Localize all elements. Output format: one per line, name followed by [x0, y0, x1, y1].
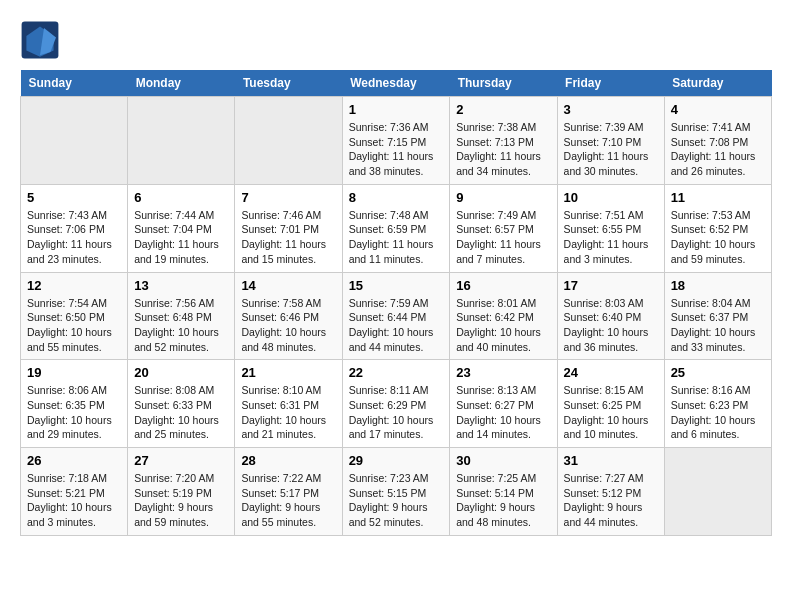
day-info: Sunrise: 7:43 AM Sunset: 7:06 PM Dayligh…	[27, 208, 121, 267]
calendar-cell: 21Sunrise: 8:10 AM Sunset: 6:31 PM Dayli…	[235, 360, 342, 448]
calendar-cell	[21, 97, 128, 185]
day-info: Sunrise: 7:38 AM Sunset: 7:13 PM Dayligh…	[456, 120, 550, 179]
day-number: 31	[564, 453, 658, 468]
day-number: 11	[671, 190, 765, 205]
day-info: Sunrise: 8:10 AM Sunset: 6:31 PM Dayligh…	[241, 383, 335, 442]
day-info: Sunrise: 7:41 AM Sunset: 7:08 PM Dayligh…	[671, 120, 765, 179]
calendar-cell: 6Sunrise: 7:44 AM Sunset: 7:04 PM Daylig…	[128, 184, 235, 272]
day-info: Sunrise: 8:06 AM Sunset: 6:35 PM Dayligh…	[27, 383, 121, 442]
calendar-cell: 16Sunrise: 8:01 AM Sunset: 6:42 PM Dayli…	[450, 272, 557, 360]
weekday-header: Tuesday	[235, 70, 342, 97]
day-number: 13	[134, 278, 228, 293]
calendar-cell: 30Sunrise: 7:25 AM Sunset: 5:14 PM Dayli…	[450, 448, 557, 536]
calendar-cell: 15Sunrise: 7:59 AM Sunset: 6:44 PM Dayli…	[342, 272, 450, 360]
weekday-header: Monday	[128, 70, 235, 97]
day-number: 25	[671, 365, 765, 380]
calendar-cell: 8Sunrise: 7:48 AM Sunset: 6:59 PM Daylig…	[342, 184, 450, 272]
calendar-cell: 1Sunrise: 7:36 AM Sunset: 7:15 PM Daylig…	[342, 97, 450, 185]
calendar-cell	[235, 97, 342, 185]
day-info: Sunrise: 7:56 AM Sunset: 6:48 PM Dayligh…	[134, 296, 228, 355]
calendar-cell: 22Sunrise: 8:11 AM Sunset: 6:29 PM Dayli…	[342, 360, 450, 448]
calendar-header: SundayMondayTuesdayWednesdayThursdayFrid…	[21, 70, 772, 97]
day-number: 3	[564, 102, 658, 117]
calendar-cell: 26Sunrise: 7:18 AM Sunset: 5:21 PM Dayli…	[21, 448, 128, 536]
day-number: 7	[241, 190, 335, 205]
weekday-header: Saturday	[664, 70, 771, 97]
day-number: 8	[349, 190, 444, 205]
day-number: 19	[27, 365, 121, 380]
calendar-cell: 3Sunrise: 7:39 AM Sunset: 7:10 PM Daylig…	[557, 97, 664, 185]
day-number: 29	[349, 453, 444, 468]
day-info: Sunrise: 7:58 AM Sunset: 6:46 PM Dayligh…	[241, 296, 335, 355]
calendar-table: SundayMondayTuesdayWednesdayThursdayFrid…	[20, 70, 772, 536]
day-info: Sunrise: 8:01 AM Sunset: 6:42 PM Dayligh…	[456, 296, 550, 355]
weekday-header: Thursday	[450, 70, 557, 97]
calendar-cell: 2Sunrise: 7:38 AM Sunset: 7:13 PM Daylig…	[450, 97, 557, 185]
day-info: Sunrise: 7:48 AM Sunset: 6:59 PM Dayligh…	[349, 208, 444, 267]
calendar-cell: 17Sunrise: 8:03 AM Sunset: 6:40 PM Dayli…	[557, 272, 664, 360]
day-info: Sunrise: 7:59 AM Sunset: 6:44 PM Dayligh…	[349, 296, 444, 355]
calendar-cell: 25Sunrise: 8:16 AM Sunset: 6:23 PM Dayli…	[664, 360, 771, 448]
day-number: 9	[456, 190, 550, 205]
calendar-week-row: 5Sunrise: 7:43 AM Sunset: 7:06 PM Daylig…	[21, 184, 772, 272]
day-number: 16	[456, 278, 550, 293]
calendar-cell: 4Sunrise: 7:41 AM Sunset: 7:08 PM Daylig…	[664, 97, 771, 185]
day-number: 12	[27, 278, 121, 293]
day-info: Sunrise: 8:13 AM Sunset: 6:27 PM Dayligh…	[456, 383, 550, 442]
calendar-week-row: 26Sunrise: 7:18 AM Sunset: 5:21 PM Dayli…	[21, 448, 772, 536]
day-info: Sunrise: 7:20 AM Sunset: 5:19 PM Dayligh…	[134, 471, 228, 530]
day-number: 1	[349, 102, 444, 117]
calendar-week-row: 12Sunrise: 7:54 AM Sunset: 6:50 PM Dayli…	[21, 272, 772, 360]
day-number: 10	[564, 190, 658, 205]
day-number: 27	[134, 453, 228, 468]
day-info: Sunrise: 7:36 AM Sunset: 7:15 PM Dayligh…	[349, 120, 444, 179]
calendar-cell: 9Sunrise: 7:49 AM Sunset: 6:57 PM Daylig…	[450, 184, 557, 272]
calendar-cell: 29Sunrise: 7:23 AM Sunset: 5:15 PM Dayli…	[342, 448, 450, 536]
day-number: 4	[671, 102, 765, 117]
day-number: 24	[564, 365, 658, 380]
calendar-cell: 7Sunrise: 7:46 AM Sunset: 7:01 PM Daylig…	[235, 184, 342, 272]
day-number: 26	[27, 453, 121, 468]
day-info: Sunrise: 7:51 AM Sunset: 6:55 PM Dayligh…	[564, 208, 658, 267]
day-number: 22	[349, 365, 444, 380]
page-header	[20, 20, 772, 60]
calendar-cell: 20Sunrise: 8:08 AM Sunset: 6:33 PM Dayli…	[128, 360, 235, 448]
logo-icon	[20, 20, 60, 60]
calendar-cell: 13Sunrise: 7:56 AM Sunset: 6:48 PM Dayli…	[128, 272, 235, 360]
day-info: Sunrise: 8:15 AM Sunset: 6:25 PM Dayligh…	[564, 383, 658, 442]
day-info: Sunrise: 7:46 AM Sunset: 7:01 PM Dayligh…	[241, 208, 335, 267]
calendar-cell: 5Sunrise: 7:43 AM Sunset: 7:06 PM Daylig…	[21, 184, 128, 272]
day-number: 5	[27, 190, 121, 205]
day-number: 30	[456, 453, 550, 468]
day-number: 15	[349, 278, 444, 293]
calendar-cell: 27Sunrise: 7:20 AM Sunset: 5:19 PM Dayli…	[128, 448, 235, 536]
day-info: Sunrise: 8:11 AM Sunset: 6:29 PM Dayligh…	[349, 383, 444, 442]
day-number: 6	[134, 190, 228, 205]
weekday-header: Wednesday	[342, 70, 450, 97]
day-number: 2	[456, 102, 550, 117]
day-number: 17	[564, 278, 658, 293]
day-number: 20	[134, 365, 228, 380]
day-info: Sunrise: 8:03 AM Sunset: 6:40 PM Dayligh…	[564, 296, 658, 355]
day-number: 23	[456, 365, 550, 380]
calendar-cell: 24Sunrise: 8:15 AM Sunset: 6:25 PM Dayli…	[557, 360, 664, 448]
day-info: Sunrise: 7:27 AM Sunset: 5:12 PM Dayligh…	[564, 471, 658, 530]
day-number: 18	[671, 278, 765, 293]
calendar-cell: 28Sunrise: 7:22 AM Sunset: 5:17 PM Dayli…	[235, 448, 342, 536]
day-info: Sunrise: 8:16 AM Sunset: 6:23 PM Dayligh…	[671, 383, 765, 442]
calendar-week-row: 1Sunrise: 7:36 AM Sunset: 7:15 PM Daylig…	[21, 97, 772, 185]
calendar-cell: 18Sunrise: 8:04 AM Sunset: 6:37 PM Dayli…	[664, 272, 771, 360]
day-info: Sunrise: 7:39 AM Sunset: 7:10 PM Dayligh…	[564, 120, 658, 179]
weekday-header: Friday	[557, 70, 664, 97]
calendar-cell: 19Sunrise: 8:06 AM Sunset: 6:35 PM Dayli…	[21, 360, 128, 448]
day-info: Sunrise: 8:04 AM Sunset: 6:37 PM Dayligh…	[671, 296, 765, 355]
calendar-cell	[128, 97, 235, 185]
day-info: Sunrise: 7:18 AM Sunset: 5:21 PM Dayligh…	[27, 471, 121, 530]
calendar-cell: 31Sunrise: 7:27 AM Sunset: 5:12 PM Dayli…	[557, 448, 664, 536]
day-info: Sunrise: 7:44 AM Sunset: 7:04 PM Dayligh…	[134, 208, 228, 267]
calendar-week-row: 19Sunrise: 8:06 AM Sunset: 6:35 PM Dayli…	[21, 360, 772, 448]
day-info: Sunrise: 8:08 AM Sunset: 6:33 PM Dayligh…	[134, 383, 228, 442]
calendar-cell: 14Sunrise: 7:58 AM Sunset: 6:46 PM Dayli…	[235, 272, 342, 360]
weekday-header: Sunday	[21, 70, 128, 97]
day-number: 14	[241, 278, 335, 293]
